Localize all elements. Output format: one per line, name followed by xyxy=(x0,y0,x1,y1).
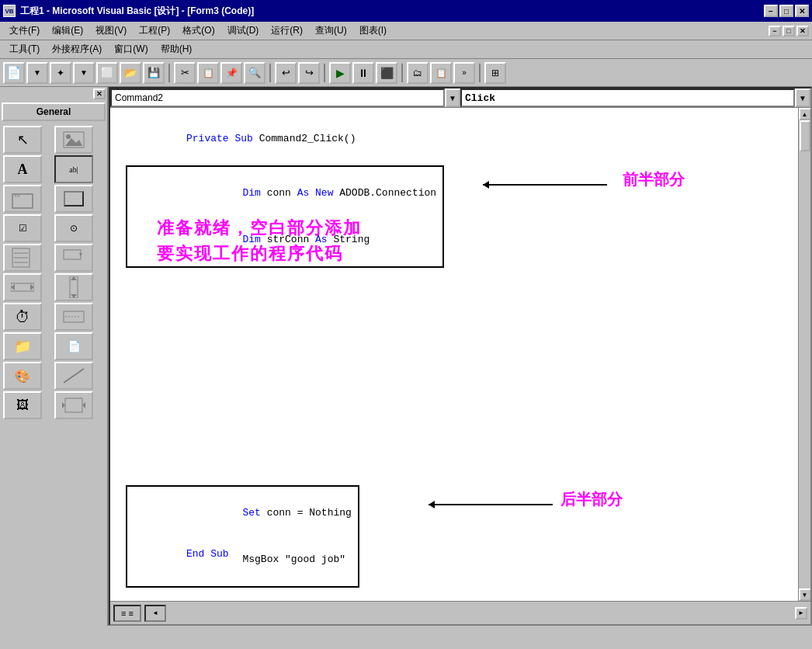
menu-chart[interactable]: 图表(I) xyxy=(353,23,393,39)
scroll-thumb[interactable] xyxy=(800,120,810,151)
tool-checkbox[interactable]: ☑ xyxy=(3,214,42,242)
tool-listbox[interactable] xyxy=(3,244,42,272)
toolbar-dropdown2[interactable]: ▼ xyxy=(73,62,95,84)
toolbar-sep2 xyxy=(269,64,271,82)
main-area: ✕ General ↖ A ab| xv ☑ ⊙ xyxy=(0,87,812,626)
tool-data[interactable] xyxy=(54,391,93,419)
toolbar-run[interactable]: ▶ xyxy=(329,62,351,84)
middle-annotation: 准备就绪，空白部分添加 要实现工作的程序代码 xyxy=(157,217,362,268)
tool-file[interactable]: 📄 xyxy=(54,332,93,360)
sidebar: ✕ General ↖ A ab| xv ☑ ⊙ xyxy=(0,87,109,626)
toolbar-cut[interactable]: ✂ xyxy=(174,62,196,84)
toolbar-undo[interactable]: ↩ xyxy=(275,62,297,84)
menu-bar-2: 工具(T) 外接程序(A) 窗口(W) 帮助(H) xyxy=(0,40,812,59)
tool-commandbutton[interactable] xyxy=(54,185,93,213)
menu-help[interactable]: 帮助(H) xyxy=(154,41,199,57)
bottom-annotation: 后半部分 xyxy=(560,489,623,510)
toolbar-paste[interactable]: 📌 xyxy=(220,62,242,84)
general-label: General xyxy=(2,102,106,121)
menu-run[interactable]: 运行(R) xyxy=(265,23,309,39)
toolbar-pause[interactable]: ⏸ xyxy=(352,62,374,84)
status-bar: ≡ ≡ ◄ ► xyxy=(110,601,810,624)
minimize-button[interactable]: − xyxy=(764,5,778,17)
object-dropdown-button[interactable]: ▼ xyxy=(445,88,460,107)
toolbox-close-button[interactable]: ✕ xyxy=(93,88,106,99)
toolbar-open[interactable]: 📂 xyxy=(120,62,141,84)
tool-combobox[interactable] xyxy=(54,244,93,272)
toolbox: ↖ A ab| xv ☑ ⊙ xyxy=(0,123,107,422)
menu-project[interactable]: 工程(P) xyxy=(133,23,176,39)
menu-file[interactable]: 文件(F) xyxy=(3,23,46,39)
vertical-scrollbar: ▲ ▼ xyxy=(798,108,810,601)
code-line-2: Dim conn As New ADODB.Connection xyxy=(134,170,436,217)
event-input[interactable]: Click xyxy=(460,88,795,107)
tool-pointer[interactable]: ↖ xyxy=(3,126,42,154)
sub-restore-button[interactable]: □ xyxy=(783,26,795,36)
menu-debug[interactable]: 调试(D) xyxy=(221,23,265,39)
tool-picturebox[interactable] xyxy=(54,126,93,154)
svg-text:xv: xv xyxy=(14,192,20,199)
scroll-up-button[interactable]: ▲ xyxy=(799,108,811,120)
svg-marker-10 xyxy=(79,253,82,256)
toolbar-redo[interactable]: ↪ xyxy=(298,62,320,84)
menu-tools[interactable]: 工具(T) xyxy=(3,41,46,57)
toolbar: 📄 ▼ ✦ ▼ ⬜ 📂 💾 ✂ 📋 📌 🔍 ↩ ↪ ▶ ⏸ ⬛ 🗂 📋 » ⊞ xyxy=(0,59,812,87)
tool-label[interactable]: A xyxy=(3,155,42,183)
tool-line[interactable] xyxy=(54,362,93,390)
menu-bar-1: 文件(F) 编辑(E) 视图(V) 工程(P) 格式(O) 调试(D) 运行(R… xyxy=(0,22,812,40)
code-line-end: End Sub xyxy=(126,531,229,578)
toolbar-find[interactable]: 🔍 xyxy=(244,62,265,84)
sub-minimize-button[interactable]: − xyxy=(769,26,781,36)
svg-point-1 xyxy=(66,134,71,139)
tool-folder[interactable]: 📁 xyxy=(3,332,42,360)
scroll-down-button[interactable]: ▼ xyxy=(799,588,811,601)
svg-rect-9 xyxy=(64,250,81,259)
tool-textbox[interactable]: ab| xyxy=(54,155,93,183)
toolbar-copy[interactable]: 📋 xyxy=(197,62,219,84)
menu-edit[interactable]: 编辑(E) xyxy=(46,23,89,39)
tool-image[interactable]: 🖼 xyxy=(3,391,42,419)
object-input[interactable]: Command2 xyxy=(110,88,445,107)
toolbar-project-explorer[interactable]: 🗂 xyxy=(407,62,429,84)
svg-marker-26 xyxy=(429,501,435,508)
menu-window[interactable]: 窗口(W) xyxy=(108,41,154,57)
tool-drivelist[interactable] xyxy=(54,303,93,331)
scroll-right-button[interactable]: ► xyxy=(795,607,807,620)
toolbar-sep1 xyxy=(168,64,170,82)
tool-radiobutton[interactable]: ⊙ xyxy=(54,214,93,242)
tool-frame[interactable]: xv xyxy=(3,185,42,213)
svg-marker-21 xyxy=(62,402,65,408)
svg-marker-22 xyxy=(82,402,85,408)
toolbar-dropdown1[interactable]: ▼ xyxy=(26,62,48,84)
code-line-1: Private Sub Command2_Click() xyxy=(126,116,783,162)
toolbar-add-item[interactable]: ✦ xyxy=(50,62,71,84)
tool-hscrollbar[interactable] xyxy=(3,273,42,301)
svg-marker-2 xyxy=(65,138,82,146)
object-selector: Command2 ▼ xyxy=(110,88,460,107)
tool-olecontainer[interactable]: 🎨 xyxy=(3,362,42,390)
close-button[interactable]: ✕ xyxy=(795,5,809,17)
title-bar: VB 工程1 - Microsoft Visual Basic [设计] - [… xyxy=(0,0,812,22)
status-seg-1: ≡ ≡ xyxy=(113,605,141,622)
event-dropdown-button[interactable]: ▼ xyxy=(795,88,810,107)
code-editor[interactable]: Private Sub Command2_Click() Dim conn As… xyxy=(110,108,798,601)
middle-annotation-line1: 准备就绪，空白部分添加 xyxy=(157,217,362,242)
toolbar-properties[interactable]: 📋 xyxy=(430,62,452,84)
code-line-4: Set conn = Nothing xyxy=(134,490,352,536)
toolbar-new[interactable]: 📄 xyxy=(3,62,25,84)
tool-vscrollbar[interactable] xyxy=(54,273,93,301)
restore-button[interactable]: □ xyxy=(779,5,793,17)
toolbar-view-form[interactable]: ⬜ xyxy=(96,62,118,84)
sub-close-button[interactable]: ✕ xyxy=(796,26,809,36)
toolbar-save[interactable]: 💾 xyxy=(143,62,165,84)
scroll-track[interactable] xyxy=(799,120,811,588)
menu-format[interactable]: 格式(O) xyxy=(176,23,220,39)
toolbar-more[interactable]: » xyxy=(453,62,475,84)
toolbar-sep4 xyxy=(401,64,403,82)
menu-addins[interactable]: 外接程序(A) xyxy=(46,41,108,57)
toolbar-stop[interactable]: ⬛ xyxy=(376,62,397,84)
menu-view[interactable]: 视图(V) xyxy=(89,23,133,39)
menu-query[interactable]: 查询(U) xyxy=(309,23,353,39)
toolbar-form-layout[interactable]: ⊞ xyxy=(484,62,506,84)
tool-timer[interactable]: ⏱ xyxy=(3,303,42,331)
